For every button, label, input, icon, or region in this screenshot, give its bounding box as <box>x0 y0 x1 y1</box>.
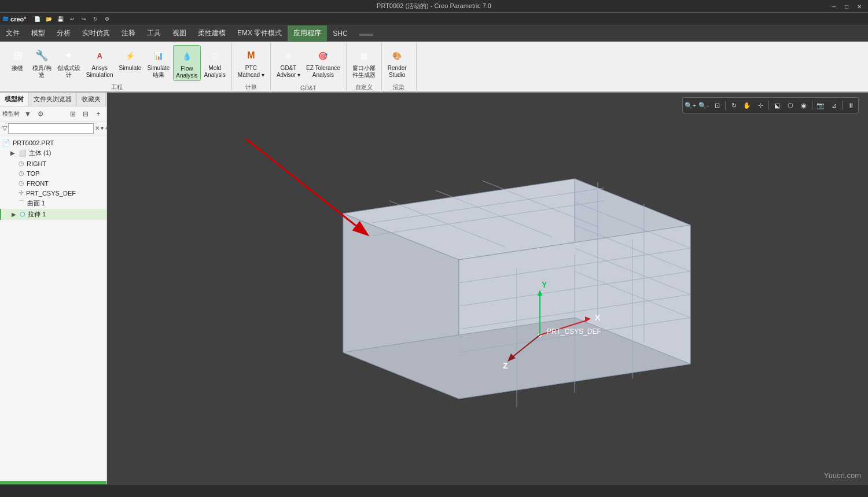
ribbon-btn-jieti[interactable]: ⊞ 接缝 <box>6 45 29 73</box>
zoom-in-button[interactable]: 🔍+ <box>684 99 697 112</box>
search-bar: ▽ ✕ ▾ + <box>0 122 106 135</box>
rotate-button[interactable]: ↻ <box>727 99 740 112</box>
titlebar: PRT0002 (活动的) - Creo Parametric 7.0 ─ □ … <box>0 0 868 13</box>
tree-item-mianl-label: 曲面 1 <box>27 199 45 208</box>
tree-item-right[interactable]: ◷ RIGHT <box>0 159 106 168</box>
menu-tools[interactable]: 工具 <box>141 25 167 41</box>
ribbon-btn-mold[interactable]: ⬡ MoldAnalysis <box>202 45 228 80</box>
search-input[interactable] <box>8 123 94 134</box>
regenerate-button[interactable]: ↻ <box>90 14 101 24</box>
mold-icon: ⬡ <box>205 46 224 65</box>
ribbon-content: ⊞ 接缝 🔧 模具/构造 ✦ 创成式设计 A AnsysSimulation ⚡ <box>0 42 868 94</box>
open-file-button[interactable]: 📂 <box>44 14 54 24</box>
tree-add-button[interactable]: + <box>93 108 104 120</box>
tree-item-prt0002[interactable]: 📄 PRT0002.PRT <box>0 138 106 148</box>
model-svg: Y X Z PRT_CSYS_DEF <box>227 109 748 468</box>
simulate2-icon: 📊 <box>149 46 168 65</box>
z-axis-label: Z <box>503 361 508 370</box>
redo-button[interactable]: ↪ <box>79 14 89 24</box>
camera-button[interactable]: 📷 <box>814 99 827 112</box>
ribbon-group-gongcheng: ⊞ 接缝 🔧 模具/构造 ✦ 创成式设计 A AnsysSimulation ⚡ <box>2 43 232 93</box>
window-title: PRT0002 (活动的) - Creo Parametric 7.0 <box>377 2 491 10</box>
minimize-button[interactable]: ─ <box>827 0 840 13</box>
render-icon: 🎨 <box>388 46 406 65</box>
maximize-button[interactable]: □ <box>840 0 853 13</box>
menu-annotate[interactable]: 注释 <box>116 25 141 41</box>
section-button[interactable]: ⊿ <box>827 99 840 112</box>
ribbon-btn-ptc[interactable]: M PTCMathcad ▾ <box>236 45 267 80</box>
ribbon-btn-simulate2[interactable]: 📊 Simulate结果 <box>145 45 172 80</box>
viewport[interactable]: 🔍+ 🔍- ⊡ ↻ ✋ ⊹ ⬕ ⬡ ◉ 📷 ⊿ ⏸ <box>107 93 868 484</box>
panel-bottom-indicator <box>0 481 106 484</box>
ribbon-btn-window[interactable]: ▦ 窗口小部件生成器 <box>350 45 378 80</box>
simulate2-label: Simulate结果 <box>147 65 170 79</box>
zoom-out-button[interactable]: 🔍- <box>697 99 710 112</box>
ribbon-btn-chuangjian[interactable]: ✦ 创成式设计 <box>55 45 83 80</box>
ribbon-btn-flow[interactable]: 💧 FlowAnalysis <box>173 45 200 81</box>
menu-analysis[interactable]: 分析 <box>51 25 76 41</box>
tree-expand-button[interactable]: ⊞ <box>67 108 79 120</box>
menu-shc[interactable]: SHC <box>327 25 353 41</box>
ribbon-btn-gdtadvisor[interactable]: ⊕ GD&TAdvisor ▾ <box>274 45 303 80</box>
ribbon-btn-render[interactable]: 🎨 RenderStudio <box>385 45 409 80</box>
menu-model[interactable]: 模型 <box>25 25 51 41</box>
ribbon-btn-simulate1[interactable]: ⚡ Simulate <box>116 45 144 73</box>
new-file-button[interactable]: 📄 <box>32 14 43 24</box>
tree-filter-button[interactable]: ▼ <box>22 108 34 120</box>
csys-label: PRT_CSYS_DEF <box>547 327 601 336</box>
menu-flex[interactable]: 柔性建模 <box>192 25 231 41</box>
tree-item-top[interactable]: ◷ TOP <box>0 168 106 178</box>
group-label-gdt2: GD&T <box>274 85 343 91</box>
group-label-jisuan: 计算 <box>236 83 267 91</box>
ptc-label: PTCMathcad ▾ <box>238 65 264 79</box>
menu-file[interactable]: 文件 <box>0 25 25 41</box>
menu-emx[interactable]: EMX 零件模式 <box>231 25 288 41</box>
y-axis-label: Y <box>542 280 547 289</box>
tree-collapse-button[interactable]: ⊟ <box>80 108 91 120</box>
ribbon-group-zidingyi: ▦ 窗口小部件生成器 自定义 <box>347 43 382 93</box>
panel-tabs: 模型树 文件夹浏览器 收藏夹 <box>0 93 106 106</box>
front-plane-icon: ◷ <box>19 179 24 187</box>
tree-item-zhu[interactable]: ▶ ⬜ 主体 (1) <box>0 148 106 159</box>
search-down-button[interactable]: ▾ <box>101 124 104 133</box>
panel-tab-favorites[interactable]: 收藏夹 <box>77 93 106 106</box>
ribbon-group-jisuan: M PTCMathcad ▾ 计算 <box>232 43 271 93</box>
window-controls: ─ □ ✕ <box>827 0 866 13</box>
display-style-button[interactable]: ⬕ <box>771 99 784 112</box>
search-clear-button[interactable]: ✕ <box>95 124 100 133</box>
ribbon-btn-eztol[interactable]: 🎯 EZ ToleranceAnalysis <box>304 45 343 80</box>
save-button[interactable]: 💾 <box>56 14 66 24</box>
view-orient-button[interactable]: ⊹ <box>754 99 767 112</box>
tree-expand-icon-zhu: ▶ <box>10 150 17 156</box>
undo-button[interactable]: ↩ <box>67 14 78 24</box>
panel-tab-modeltree[interactable]: 模型树 <box>0 93 29 106</box>
pan-button[interactable]: ✋ <box>741 99 753 112</box>
tree-item-top-label: TOP <box>27 170 39 177</box>
eztol-icon: 🎯 <box>314 46 332 65</box>
panel-tab-filebrowser[interactable]: 文件夹浏览器 <box>29 93 77 106</box>
ribbon-btn-ansys[interactable]: A AnsysSimulation <box>84 45 116 80</box>
ansys-label: AnsysSimulation <box>86 65 113 79</box>
close-button[interactable]: ✕ <box>853 0 866 13</box>
menu-extra[interactable]: ▬▬ <box>354 25 379 41</box>
ribbon-btn-mojuliajiegou[interactable]: 🔧 模具/构造 <box>30 45 54 80</box>
shaded-button[interactable]: ◉ <box>797 99 810 112</box>
menu-apps[interactable]: 应用程序 <box>288 25 327 41</box>
tree-area: 📄 PRT0002.PRT ▶ ⬜ 主体 (1) ◷ RIGHT ◷ <box>0 135 106 481</box>
tree-item-lashen-label: 拉伸 1 <box>28 210 46 219</box>
left-panel: 模型树 文件夹浏览器 收藏夹 模型树 ▼ ⚙ ⊞ ⊟ + ▽ ✕ ▾ + 📄 P… <box>0 93 107 484</box>
menu-simulate[interactable]: 实时仿真 <box>76 25 116 41</box>
tree-item-front[interactable]: ◷ FRONT <box>0 178 106 188</box>
x-axis-label: X <box>595 313 601 322</box>
tree-item-mianl[interactable]: ⌒ 曲面 1 <box>0 198 106 209</box>
menu-view[interactable]: 视图 <box>167 25 192 41</box>
model-canvas: Y X Z PRT_CSYS_DEF <box>107 93 868 484</box>
tree-item-lashen[interactable]: ▶ ⬡ 拉伸 1 <box>0 209 106 220</box>
pause-button[interactable]: ⏸ <box>844 99 857 112</box>
zoom-fit-button[interactable]: ⊡ <box>711 99 723 112</box>
tree-item-csys[interactable]: ✛ PRT_CSYS_DEF <box>0 188 106 198</box>
group-label-xuanran: 渲染 <box>385 83 413 91</box>
tree-settings-button[interactable]: ⚙ <box>35 108 46 120</box>
wireframe-button[interactable]: ⬡ <box>784 99 797 112</box>
settings-button[interactable]: ⚙ <box>102 14 112 24</box>
